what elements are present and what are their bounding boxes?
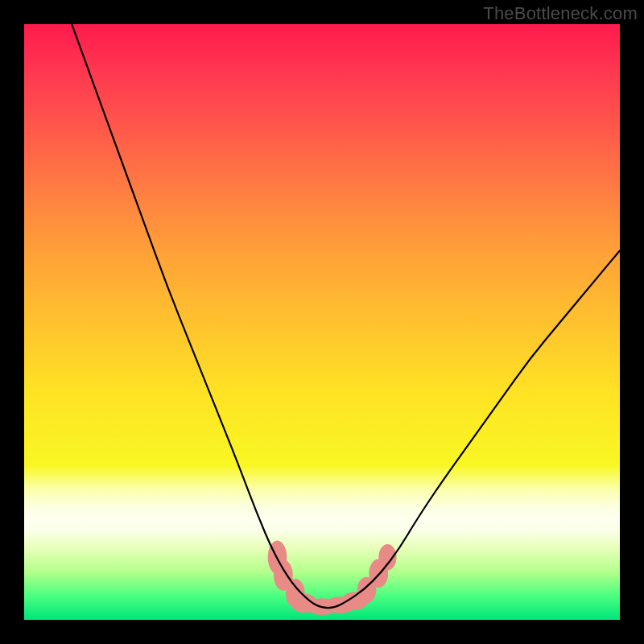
chart-frame: TheBottleneck.com [0, 0, 644, 644]
marker-layer [268, 541, 397, 615]
plot-area [24, 24, 620, 620]
watermark-text: TheBottleneck.com [483, 3, 638, 24]
chart-svg [24, 24, 620, 620]
bottleneck-curve [72, 24, 620, 608]
